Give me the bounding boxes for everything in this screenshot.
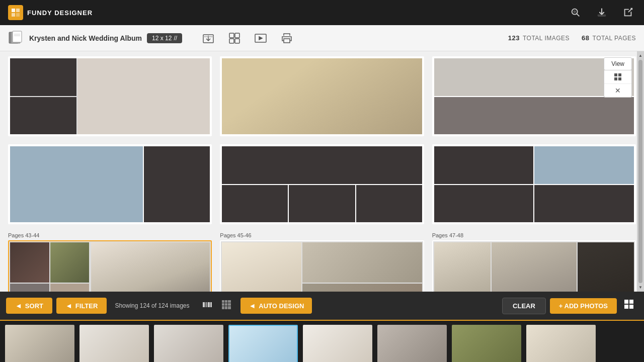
- page-spread-47-48[interactable]: [432, 240, 636, 292]
- add-photos-button[interactable]: + ADD PHOTOS: [550, 298, 617, 314]
- total-pages-stat: 68 TOTAL PAGES: [582, 34, 636, 42]
- total-images-label: TOTAL IMAGES: [523, 35, 570, 42]
- page-group-prev-6: [432, 144, 636, 224]
- scrollbar[interactable]: ▲ ▼: [637, 51, 644, 292]
- page-spread-prev-5[interactable]: [220, 144, 424, 224]
- header-actions: [568, 5, 636, 21]
- page-spread-43-44[interactable]: [8, 240, 212, 292]
- total-images-stat: 123 TOTAL IMAGES: [508, 34, 570, 42]
- page-spread-prev-1[interactable]: [8, 56, 212, 136]
- list-item: ☆☆☆☆☆ ♡: [376, 325, 448, 362]
- layout-grid-icon[interactable]: [226, 30, 243, 46]
- page-label-45-46: Pages 45-46: [220, 232, 424, 238]
- sort-button[interactable]: ◄ SORT: [6, 298, 52, 314]
- page-group-45-46: Pages 45-46: [220, 232, 424, 292]
- svg-rect-28: [225, 300, 227, 303]
- scroll-down-arrow[interactable]: ▼: [638, 285, 642, 290]
- auto-design-arrow-icon: ◄: [249, 302, 256, 310]
- view-close-icon[interactable]: ✕: [604, 84, 631, 97]
- scroll-up-arrow[interactable]: ▲: [638, 53, 642, 58]
- auto-design-button[interactable]: ◄ AUTO DESIGN: [240, 298, 312, 314]
- external-link-icon[interactable]: [620, 5, 636, 21]
- svg-rect-30: [222, 303, 224, 306]
- filter-arrow-icon: ◄: [65, 302, 72, 310]
- page-spread-prev-4[interactable]: [8, 144, 212, 224]
- auto-design-label: AUTO DESIGN: [259, 302, 304, 310]
- svg-rect-38: [624, 305, 628, 309]
- total-images-number: 123: [508, 34, 520, 42]
- download-icon[interactable]: [594, 5, 610, 21]
- svg-rect-33: [222, 306, 224, 309]
- filmstrip-photo-2[interactable]: [79, 325, 149, 362]
- svg-rect-17: [235, 39, 239, 43]
- project-info: Krysten and Nick Wedding Album 12 x 12 /…: [8, 30, 182, 46]
- svg-rect-16: [229, 39, 234, 43]
- page-group-43-44: Pages 43-44: [8, 232, 212, 292]
- grid-view-btn[interactable]: [218, 298, 234, 314]
- page-group-prev-5: [220, 144, 424, 224]
- svg-rect-26: [210, 302, 212, 307]
- view-toggle-group: [199, 298, 234, 314]
- svg-rect-19: [614, 73, 617, 76]
- filter-button[interactable]: ◄ FILTER: [56, 298, 107, 314]
- filmstrip-photo-8[interactable]: [526, 325, 596, 362]
- filmstrip-photo-1[interactable]: [5, 325, 74, 362]
- filmstrip-view-btn[interactable]: [199, 298, 215, 314]
- svg-rect-15: [235, 33, 239, 38]
- list-item: ☆☆☆☆☆ ♡: [451, 325, 522, 362]
- main-toolbar: Krysten and Nick Wedding Album 12 x 12 /…: [0, 25, 644, 51]
- import-icon[interactable]: [200, 30, 216, 46]
- svg-rect-1: [16, 9, 20, 12]
- album-icon: [8, 30, 24, 46]
- filmstrip-photo-3[interactable]: [154, 325, 223, 362]
- page-spread-prev-6[interactable]: [432, 144, 636, 224]
- svg-rect-35: [228, 306, 231, 309]
- svg-rect-29: [228, 300, 231, 303]
- total-pages-label: TOTAL PAGES: [593, 35, 636, 42]
- view-grid-icon[interactable]: [604, 70, 631, 84]
- thumbnail-grid-toggle[interactable]: [621, 297, 638, 315]
- app-header: FUNDY DESIGNER: [0, 0, 644, 25]
- svg-rect-22: [618, 77, 621, 80]
- project-name: Krysten and Nick Wedding Album: [29, 34, 142, 42]
- pages-area: Pages 43-44 Pages 45-46: [0, 51, 644, 292]
- app-title: FUNDY DESIGNER: [27, 9, 93, 17]
- album-size-icon: //: [174, 35, 177, 42]
- list-item: ☆☆☆☆☆ ♡: [153, 325, 224, 362]
- filmstrip-photo-4[interactable]: [228, 325, 298, 362]
- list-item: ☆☆☆☆☆ ♡: [78, 325, 150, 362]
- page-spread-45-46[interactable]: [220, 240, 424, 292]
- search-icon[interactable]: [568, 5, 584, 21]
- scroll-thumb[interactable]: [638, 60, 642, 283]
- svg-rect-2: [12, 13, 15, 17]
- total-pages-number: 68: [582, 34, 589, 42]
- svg-rect-37: [629, 300, 633, 304]
- filmstrip-photo-5[interactable]: [303, 325, 372, 362]
- svg-rect-0: [12, 9, 15, 12]
- filter-label: FILTER: [75, 302, 98, 310]
- logo-area: FUNDY DESIGNER: [8, 5, 93, 20]
- clear-button[interactable]: CLEAR: [502, 298, 546, 314]
- print-icon[interactable]: [279, 30, 295, 46]
- page-spread-prev-2[interactable]: [220, 56, 424, 136]
- svg-rect-32: [228, 303, 231, 306]
- svg-rect-34: [225, 306, 227, 309]
- app-logo-icon: [8, 5, 23, 20]
- page-group-47-48: Pages 47-48: [432, 232, 636, 292]
- page-group-prev-4: [8, 144, 212, 224]
- svg-rect-23: [203, 302, 205, 307]
- list-item: ☆☆☆☆☆ ♡: [4, 325, 75, 362]
- svg-rect-39: [629, 305, 633, 309]
- filmstrip: ☆☆☆☆☆ ♡ ☆☆☆☆☆ ♡ ☆☆☆☆☆ ♡ ☆☆☆☆☆ ♡: [0, 320, 644, 362]
- page-label-47-48: Pages 47-48: [432, 232, 636, 238]
- svg-rect-14: [229, 33, 234, 38]
- toolbar-stats: 123 TOTAL IMAGES 68 TOTAL PAGES: [508, 34, 636, 42]
- bottom-toolbar: ◄ SORT ◄ FILTER Showing 124 of 124 image…: [0, 292, 644, 320]
- filmstrip-photo-6[interactable]: [377, 325, 447, 362]
- slideshow-icon[interactable]: [253, 30, 269, 46]
- svg-rect-27: [222, 300, 224, 303]
- svg-rect-3: [16, 13, 20, 17]
- view-button[interactable]: View: [604, 57, 632, 70]
- filmstrip-photo-7[interactable]: [452, 325, 521, 362]
- album-size-badge[interactable]: 12 x 12 //: [147, 33, 182, 43]
